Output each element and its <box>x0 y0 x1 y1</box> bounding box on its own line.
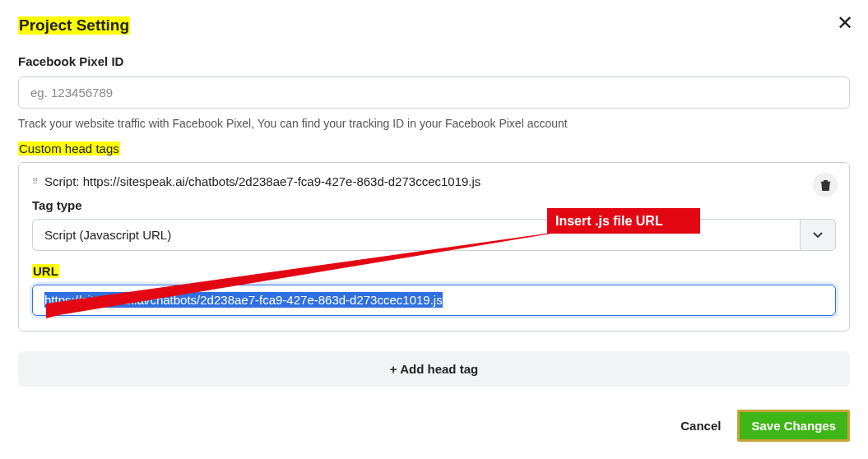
custom-head-tags-label: Custom head tags <box>18 141 120 155</box>
url-input[interactable]: https://sitespeak.ai/chatbots/2d238ae7-f… <box>32 285 836 316</box>
tag-type-label: Tag type <box>32 198 836 212</box>
cancel-button[interactable]: Cancel <box>680 419 721 433</box>
add-head-tag-button[interactable]: + Add head tag <box>18 351 850 387</box>
chevron-down-icon <box>813 232 823 239</box>
annotation-callout: Insert .js file URL <box>547 208 700 234</box>
pixel-id-label: Facebook Pixel ID <box>18 54 850 68</box>
page-title: Project Setting <box>18 16 130 35</box>
close-icon: ✕ <box>837 12 853 34</box>
pixel-help-text: Track your website traffic with Facebook… <box>18 117 850 130</box>
trash-icon <box>820 179 831 191</box>
delete-tag-button[interactable] <box>813 173 838 197</box>
drag-handle-icon[interactable]: ⠿ <box>32 180 36 183</box>
tag-header-text: Script: https://sitespeak.ai/chatbots/2d… <box>44 174 480 188</box>
url-value-selected: https://sitespeak.ai/chatbots/2d238ae7-f… <box>44 292 443 308</box>
tag-type-dropdown-toggle[interactable] <box>800 219 836 251</box>
url-label: URL <box>32 264 59 278</box>
head-tag-card: ⠿ Script: https://sitespeak.ai/chatbots/… <box>18 162 850 332</box>
pixel-id-input[interactable] <box>18 76 850 109</box>
save-changes-button[interactable]: Save Changes <box>737 410 850 442</box>
close-button[interactable]: ✕ <box>837 13 853 33</box>
